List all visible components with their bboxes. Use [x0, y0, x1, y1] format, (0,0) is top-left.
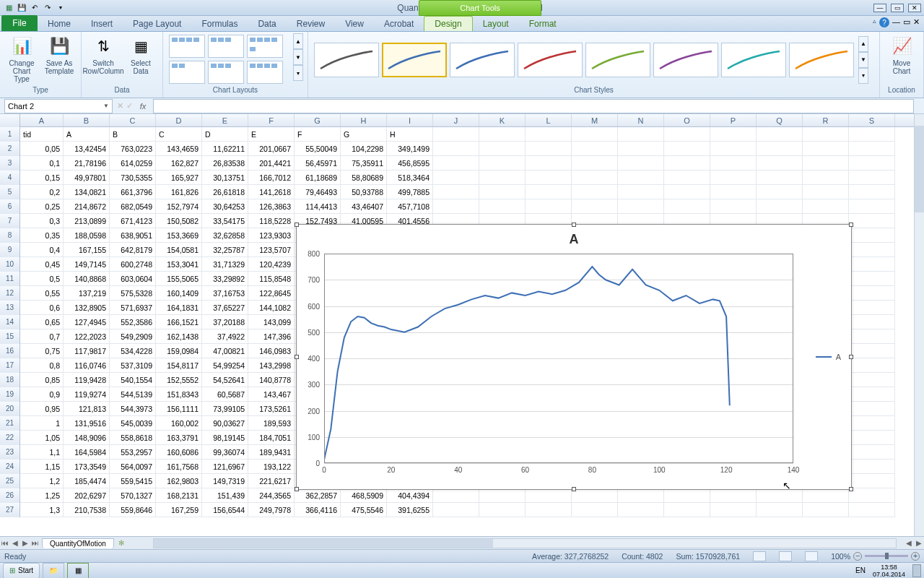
cell[interactable]	[849, 156, 895, 171]
column-header-B[interactable]: B	[64, 114, 110, 126]
cell[interactable]: 0,1	[20, 156, 64, 171]
style-thumb-3[interactable]	[450, 43, 515, 77]
cell[interactable]: 362,2857	[295, 488, 341, 503]
cell[interactable]	[572, 142, 618, 156]
cell[interactable]	[664, 127, 710, 142]
move-chart-button[interactable]: 📈 Move Chart	[884, 33, 919, 77]
cell[interactable]: 121,6967	[202, 460, 248, 474]
cell[interactable]	[849, 329, 895, 344]
cell[interactable]: 161,826	[156, 185, 202, 199]
hscroll-right[interactable]: ▶	[914, 539, 924, 547]
cancel-icon[interactable]: ✕	[117, 101, 123, 111]
style-thumb-7[interactable]	[721, 43, 786, 77]
cell[interactable]: 75,35911	[341, 156, 387, 171]
row-header-8[interactable]: 8	[0, 228, 20, 243]
cell[interactable]: 99,36074	[202, 445, 248, 460]
row-header-5[interactable]: 5	[0, 185, 20, 199]
cell[interactable]	[664, 199, 710, 214]
cell[interactable]: 173,3549	[64, 460, 110, 474]
cell[interactable]: 553,2957	[110, 445, 156, 460]
cell[interactable]	[664, 185, 710, 199]
cell[interactable]: 185,4474	[64, 474, 110, 488]
cell[interactable]	[757, 199, 803, 214]
tab-view[interactable]: View	[335, 17, 374, 31]
cell[interactable]: C	[156, 127, 202, 142]
fx-icon[interactable]: fx	[136, 102, 150, 111]
cell[interactable]: 122,8645	[248, 286, 295, 301]
cell[interactable]	[803, 488, 849, 503]
cell[interactable]	[618, 488, 664, 503]
cell[interactable]: 168,2131	[156, 488, 202, 503]
row-header-6[interactable]: 6	[0, 199, 20, 214]
cell[interactable]	[479, 488, 526, 503]
cell[interactable]: 90,03627	[202, 416, 248, 431]
cell[interactable]: 682,0549	[110, 199, 156, 214]
name-box[interactable]: Chart 2 ▼	[4, 99, 113, 113]
style-scroll-up[interactable]: ▲	[858, 36, 868, 52]
cell[interactable]: 571,6937	[110, 301, 156, 315]
tab-nav-prev[interactable]: ◀	[10, 539, 20, 547]
cell[interactable]	[433, 503, 479, 517]
cell[interactable]: 11,62211	[202, 142, 248, 156]
cell[interactable]: 159,0984	[156, 344, 202, 358]
cell[interactable]: 13,42454	[64, 142, 110, 156]
style-scroll-more[interactable]: ▾	[858, 68, 868, 84]
sheet-tab[interactable]: QuantityOfMotion	[42, 538, 114, 548]
cell[interactable]: 210,7538	[64, 503, 110, 517]
cell[interactable]	[710, 142, 757, 156]
cell[interactable]: 0,25	[20, 199, 64, 214]
view-page-break-button[interactable]	[805, 551, 818, 561]
redo-icon[interactable]: ↷	[42, 2, 53, 14]
enter-icon[interactable]: ✓	[126, 101, 133, 111]
style-gallery[interactable]	[313, 41, 855, 79]
cell[interactable]: A	[64, 127, 110, 142]
file-tab[interactable]: File	[1, 15, 38, 31]
column-header-D[interactable]: D	[156, 114, 202, 126]
tab-design[interactable]: Design	[424, 16, 472, 31]
column-header-F[interactable]: F	[248, 114, 295, 126]
cell[interactable]: 164,5984	[64, 445, 110, 460]
column-header-J[interactable]: J	[433, 114, 479, 126]
cell[interactable]: 79,46493	[295, 185, 341, 199]
cell[interactable]: 638,9051	[110, 228, 156, 243]
save-template-button[interactable]: 💾 Save As Template	[42, 33, 77, 77]
row-header-27[interactable]: 27	[0, 503, 20, 517]
cell[interactable]: 132,8905	[64, 301, 110, 315]
cell[interactable]	[479, 142, 526, 156]
cell[interactable]: 114,4413	[295, 199, 341, 214]
cell[interactable]: 661,3796	[110, 185, 156, 199]
layout-thumb-3[interactable]	[247, 35, 283, 58]
tab-nav-last[interactable]: ⏭	[30, 539, 40, 547]
chart-title[interactable]: A	[297, 232, 851, 247]
row-header-19[interactable]: 19	[0, 387, 20, 402]
cell[interactable]: 153,3669	[156, 228, 202, 243]
cell[interactable]: 0,55	[20, 286, 64, 301]
cell[interactable]	[572, 199, 618, 214]
cell[interactable]	[757, 156, 803, 171]
row-header-12[interactable]: 12	[0, 286, 20, 301]
cell[interactable]: 162,1438	[156, 329, 202, 344]
cell[interactable]	[757, 142, 803, 156]
view-page-layout-button[interactable]	[779, 551, 792, 561]
cell[interactable]: 37,65227	[202, 301, 248, 315]
cell[interactable]: 1,15	[20, 460, 64, 474]
cell[interactable]	[849, 171, 895, 185]
column-header-P[interactable]: P	[710, 114, 757, 126]
cell[interactable]: F	[295, 127, 341, 142]
cell[interactable]: 123,5707	[248, 243, 295, 257]
cell[interactable]	[849, 387, 895, 402]
cell[interactable]: 164,1831	[156, 301, 202, 315]
cell[interactable]: 0,15	[20, 171, 64, 185]
cell[interactable]: 167,259	[156, 503, 202, 517]
row-header-24[interactable]: 24	[0, 460, 20, 474]
cell[interactable]: 26,83538	[202, 156, 248, 171]
cell[interactable]: 166,1521	[156, 315, 202, 329]
cell[interactable]: 73,99105	[202, 402, 248, 416]
column-header-K[interactable]: K	[479, 114, 526, 126]
row-header-20[interactable]: 20	[0, 402, 20, 416]
cell[interactable]: 141,2618	[248, 185, 295, 199]
cell[interactable]: 116,0746	[64, 358, 110, 373]
zoom-level[interactable]: 100%	[831, 552, 850, 561]
cell[interactable]: 140,8868	[64, 272, 110, 286]
cell[interactable]: 193,122	[248, 460, 295, 474]
